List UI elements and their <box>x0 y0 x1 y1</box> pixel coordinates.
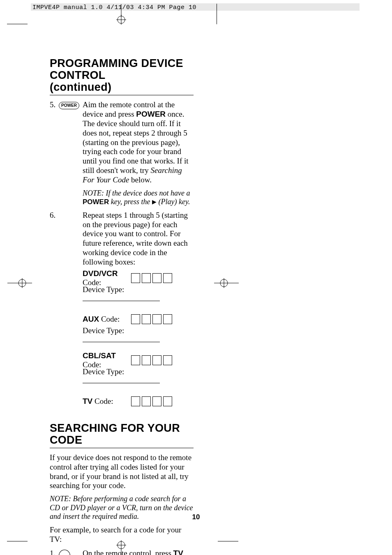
section-heading: PROGRAMMING DEVICE CONTROL (continued) <box>50 58 194 93</box>
aux-device-type: Device Type: <box>83 326 194 344</box>
cbl-sat-label: CBL/SAT Code: <box>83 351 131 369</box>
note-pre: NOTE: If the device does not have a <box>83 189 190 197</box>
code-boxes <box>131 396 172 406</box>
play-icon: ▶ <box>152 199 157 205</box>
crop-line <box>7 24 28 24</box>
step-icon-col: POWER <box>59 100 83 206</box>
note-mid: key, press the <box>109 198 152 206</box>
crop-line <box>218 541 238 541</box>
cbl-device-type: Device Type: <box>83 367 194 385</box>
crop-line <box>7 541 28 541</box>
crop-line <box>217 4 217 24</box>
section-searching: SEARCHING FOR YOUR CODE If your device d… <box>50 422 194 555</box>
step-5: 5. POWER Aim the remote control at the d… <box>50 100 194 206</box>
registration-mark-left <box>7 275 32 291</box>
step6-body: Repeat steps 1 through 5 (starting on th… <box>83 211 194 267</box>
search-step1-body: On the remote control, press TV once. <box>83 549 194 555</box>
dvd-vcr-code-row: DVD/VCR Code: <box>83 273 194 283</box>
registration-mark-top <box>113 4 129 25</box>
note-power: POWER <box>83 198 109 206</box>
code-boxes <box>131 355 172 365</box>
step-number: 1. <box>50 549 59 555</box>
page-number: 10 <box>0 513 392 521</box>
aux-label: AUX Code: <box>83 315 131 324</box>
heading-rule <box>50 448 194 448</box>
step-icon-col: TV <box>59 549 83 555</box>
heading-line1: PROGRAMMING DEVICE CONTROL <box>50 57 183 81</box>
heading-line2: (continued) <box>50 81 111 93</box>
step-number: 5. <box>50 100 59 206</box>
dvd-vcr-label: DVD/VCR Code: <box>83 269 131 287</box>
heading-rule <box>50 95 194 95</box>
step-icon-col <box>59 211 83 267</box>
section-b-intro: If your device does not respond to the r… <box>50 453 194 491</box>
step5-note: NOTE: If the device does not have a POWE… <box>83 189 194 207</box>
search-step-1: 1. TV On the remote control, press TV on… <box>50 549 194 555</box>
tv-code-row: TV Code: <box>83 396 194 407</box>
note-post: (Play) key. <box>157 198 190 206</box>
tv-label: TV Code: <box>83 397 131 406</box>
cbl-sat-code-row: CBL/SAT Code: <box>83 355 194 366</box>
registration-mark-right <box>214 275 239 291</box>
step-number: 6. <box>50 211 59 267</box>
tv-button-icon: TV <box>59 550 70 555</box>
page-content: PROGRAMMING DEVICE CONTROL (continued) 5… <box>50 58 194 555</box>
section-b-heading: SEARCHING FOR YOUR CODE <box>50 422 194 446</box>
code-boxes <box>131 314 172 324</box>
step-6: 6. Repeat steps 1 through 5 (starting on… <box>50 211 194 267</box>
power-button-icon: POWER <box>59 102 79 109</box>
dvd-device-type: Device Type: <box>83 285 194 303</box>
code-entry-area: DVD/VCR Code: Device Type: AUX Code: Dev… <box>83 273 194 407</box>
step-body: Aim the remote control at the device and… <box>83 100 194 206</box>
step5-p1: Aim the remote control at the device and… <box>83 100 189 184</box>
aux-code-row: AUX Code: <box>83 314 194 325</box>
print-job-header: IMPVE4P manual 1.0 4/11/03 4:34 PM Page … <box>31 3 360 11</box>
section-b-lead: For example, to search for a code for yo… <box>50 525 194 544</box>
code-boxes <box>131 273 172 283</box>
